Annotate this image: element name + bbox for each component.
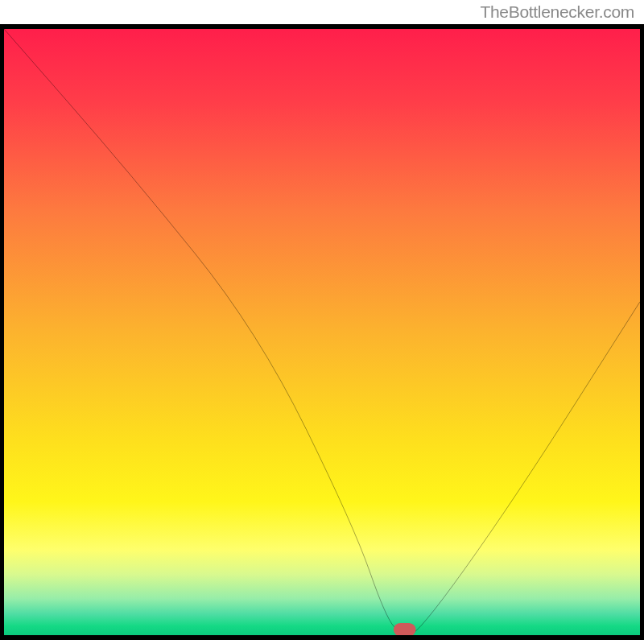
plot-area (4, 29, 640, 635)
svg-rect-1 (394, 623, 416, 635)
bottleneck-chart (0, 24, 644, 640)
optimal-marker (4, 29, 640, 635)
source-label: TheBottlenecker.com (480, 2, 634, 22)
